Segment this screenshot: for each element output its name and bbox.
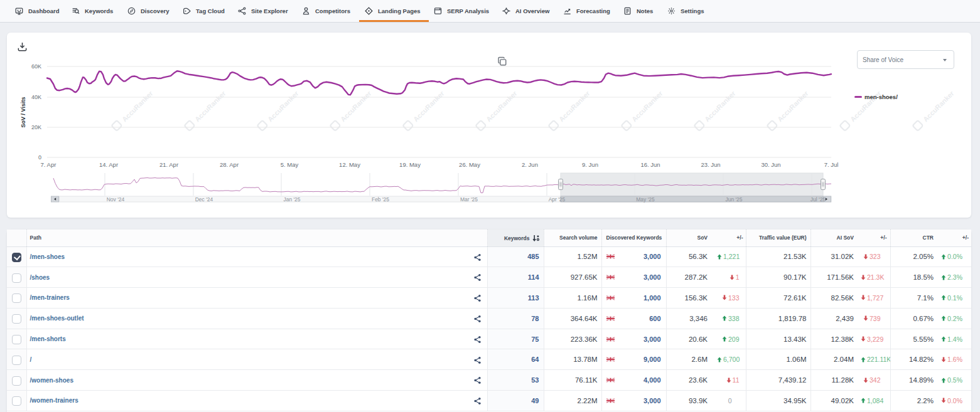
svg-text:AccuRanker: AccuRanker <box>339 89 373 123</box>
svg-text:AccuRanker: AccuRanker <box>266 89 300 123</box>
svg-text:AccuRanker: AccuRanker <box>193 89 227 123</box>
svg-text:AccuRanker: AccuRanker <box>485 89 519 123</box>
svg-text:7. Apr: 7. Apr <box>41 161 57 168</box>
svg-text:Apr '25: Apr '25 <box>549 196 566 203</box>
svg-text:Nov '24: Nov '24 <box>107 196 125 203</box>
svg-text:2. Jun: 2. Jun <box>522 161 538 168</box>
svg-text:9. Jun: 9. Jun <box>582 161 598 168</box>
svg-text:7. Jul: 7. Jul <box>824 161 839 168</box>
svg-text:30. Jun: 30. Jun <box>761 161 780 168</box>
svg-text:28. Apr: 28. Apr <box>220 161 239 168</box>
svg-text:20K: 20K <box>31 124 41 130</box>
svg-text:Jun '25: Jun '25 <box>725 196 742 203</box>
svg-text:14. Apr: 14. Apr <box>99 161 118 168</box>
svg-text:SoV / Visits: SoV / Visits <box>20 97 26 128</box>
svg-text:May '25: May '25 <box>636 196 655 203</box>
svg-text:Jul '25: Jul '25 <box>810 196 826 203</box>
svg-text:26. May: 26. May <box>459 161 480 168</box>
svg-text:40K: 40K <box>31 94 41 100</box>
svg-text:AccuRanker: AccuRanker <box>703 89 737 123</box>
svg-text:16. Jun: 16. Jun <box>640 161 660 168</box>
svg-text:12. May: 12. May <box>339 161 360 168</box>
svg-text:AccuRanker: AccuRanker <box>412 89 446 123</box>
svg-text:AccuRanker: AccuRanker <box>121 89 154 123</box>
svg-text:AccuRanker: AccuRanker <box>630 89 664 123</box>
svg-text:Mar '25: Mar '25 <box>460 196 478 203</box>
svg-text:AccuRanker: AccuRanker <box>557 89 591 123</box>
svg-text:Feb '25: Feb '25 <box>372 196 389 203</box>
svg-text:21. Apr: 21. Apr <box>159 161 178 168</box>
svg-text:Jan '25: Jan '25 <box>283 196 300 203</box>
svg-text:Dec '24: Dec '24 <box>195 196 213 203</box>
svg-text:19. May: 19. May <box>399 161 421 168</box>
svg-text:AccuRanker: AccuRanker <box>922 89 956 123</box>
svg-text:AccuRanker: AccuRanker <box>776 89 810 123</box>
svg-text:60K: 60K <box>31 63 41 70</box>
svg-text:23. Jun: 23. Jun <box>701 161 720 168</box>
svg-text:0: 0 <box>38 154 41 161</box>
svg-text:5. May: 5. May <box>281 161 299 168</box>
